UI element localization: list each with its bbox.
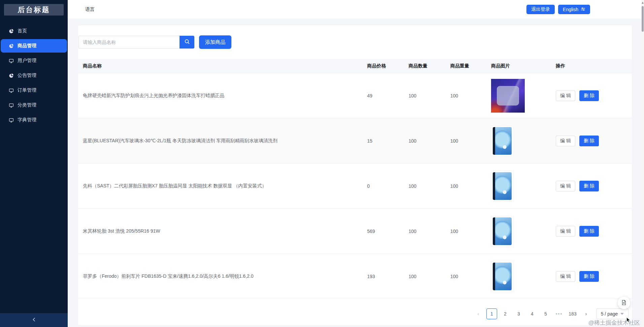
page-button-1[interactable]: 1 [486,308,497,319]
search-button[interactable] [180,36,194,49]
logout-button[interactable]: 退出登录 [526,5,555,14]
product-image [491,171,513,201]
pie-chart-icon [9,73,14,78]
sidebar-item-2[interactable]: 用户管理 [1,54,67,67]
page-size-select[interactable]: 5 / page [596,308,629,319]
table-row: 蓝星(BLUESTAR)汽车玻璃水-30℃-2L/1瓶 冬天防冻玻璃清洁剂 车用… [78,118,632,164]
sidebar-collapse-button[interactable] [0,313,68,327]
delete-button[interactable]: 删 除 [579,181,599,191]
content-area: 添加商品 商品名称商品价格商品数量商品重量商品图片操作 龟牌硬壳蜡新汽车防护划痕… [68,19,644,327]
sidebar-item-0[interactable]: 首页 [1,24,67,38]
english-button[interactable]: English [558,5,590,14]
language-menu[interactable]: 语言 [85,6,95,12]
watermark: @稀土掘金技术社区 [588,319,640,327]
sidebar-item-1[interactable]: 商品管理 [1,39,67,53]
delete-button[interactable]: 删 除 [579,226,599,237]
monitor-icon [9,88,14,93]
product-weight: 100 [446,183,486,189]
product-name: 先科（SAST）二代彩屏胎压胎测X7 胎压胎温同显 太阳能技术 数据双显 （内置… [83,183,266,188]
last-page-button[interactable]: 183 [567,308,578,319]
search-input[interactable] [78,36,180,49]
monitor-icon [9,118,14,123]
product-weight: 100 [446,229,486,234]
product-quantity: 100 [404,183,446,189]
row-actions: 编 辑 删 除 [551,271,632,282]
products-card: 添加商品 商品名称商品价格商品数量商品重量商品图片操作 龟牌硬壳蜡新汽车防护划痕… [78,25,632,325]
sidebar-item-label: 公告管理 [18,72,36,79]
page-button-3[interactable]: 3 [513,308,524,319]
sidebar-item-label: 用户管理 [18,58,36,64]
product-price: 569 [362,229,404,234]
product-image [491,261,513,292]
search-icon [184,39,190,46]
top-bar: 语言 退出登录 English [68,0,644,19]
products-table: 商品名称商品价格商品数量商品重量商品图片操作 龟牌硬壳蜡新汽车防护划痕去污上光抛… [78,59,632,299]
row-actions: 编 辑 删 除 [551,226,632,237]
app-title: 后台标题 [4,4,64,16]
pagination: ‹ 12345 ••• 183 › 5 / page [78,308,632,319]
table-row: 先科（SAST）二代彩屏胎压胎测X7 胎压胎温同显 太阳能技术 数据双显 （内置… [78,164,632,209]
scrollbar-up-icon[interactable] [642,2,644,4]
sidebar-item-6[interactable]: 字典管理 [1,113,67,127]
product-image [491,79,525,113]
product-image [491,126,513,156]
edit-button[interactable]: 编 辑 [556,90,575,101]
product-quantity: 100 [404,93,446,98]
page-button-4[interactable]: 4 [527,308,538,319]
edit-button[interactable]: 编 辑 [556,271,575,282]
product-name: 米其林轮胎 3st 浩悦 205/55R16 91W [83,228,160,234]
page-button-2[interactable]: 2 [500,308,511,319]
more-pages-button[interactable]: ••• [554,308,565,319]
scrollbar-thumb[interactable] [642,6,644,32]
table-body: 龟牌硬壳蜡新汽车防护划痕去污上光抛光养护漆固体洗车打蜡腊正品 49 100 10… [78,73,632,299]
column-header: 商品图片 [486,63,551,69]
edit-button[interactable]: 编 辑 [556,136,575,146]
main-area: 语言 退出登录 English [68,0,644,327]
column-header: 商品价格 [362,63,404,69]
delete-button[interactable]: 删 除 [579,136,599,146]
english-button-label: English [563,7,578,12]
row-actions: 编 辑 删 除 [551,136,632,146]
monitor-icon [9,58,14,63]
product-name: 龟牌硬壳蜡新汽车防护划痕去污上光抛光养护漆固体洗车打蜡腊正品 [83,93,224,98]
chevron-left-icon [32,317,36,323]
delete-button[interactable]: 删 除 [579,271,599,282]
add-product-button[interactable]: 添加商品 [199,35,231,49]
row-actions: 编 辑 删 除 [551,181,632,191]
product-quantity: 100 [404,274,446,279]
prev-page-button[interactable]: ‹ [473,308,484,319]
product-price: 49 [362,93,404,98]
product-quantity: 100 [404,229,446,234]
search-group [78,36,194,49]
monitor-icon [9,103,14,108]
pie-chart-icon [9,43,14,49]
sidebar-item-4[interactable]: 订单管理 [1,84,67,97]
table-row: 龟牌硬壳蜡新汽车防护划痕去污上光抛光养护漆固体洗车打蜡腊正品 49 100 10… [78,73,632,118]
product-quantity: 100 [404,138,446,144]
product-weight: 100 [446,274,486,279]
page-size-value: 5 / page [601,311,618,317]
scrollbar[interactable] [641,0,644,327]
column-header: 操作 [551,63,632,69]
page-button-5[interactable]: 5 [540,308,551,319]
column-header: 商品重量 [446,63,486,69]
sidebar-item-5[interactable]: 分类管理 [1,98,67,112]
sidebar-menu: 首页 商品管理 用户管理 公告管理 订单管理 分类管理 字典管理 [0,24,68,127]
mouse-cursor-icon [626,317,631,325]
row-actions: 编 辑 删 除 [551,90,632,101]
next-page-button[interactable]: › [581,308,591,319]
topbar-actions: 退出登录 English [526,5,590,14]
table-row: 米其林轮胎 3st 浩悦 205/55R16 91W 569 100 100 编… [78,209,632,254]
delete-button[interactable]: 删 除 [579,90,599,101]
product-name: 菲罗多（Ferodo）前刹车片 FDB1635-D 宝来/速腾1.6,2.0/高… [83,273,254,279]
product-weight: 100 [446,93,486,98]
products-toolbar: 添加商品 [78,35,632,49]
document-icon [621,300,627,306]
sidebar-item-label: 字典管理 [18,117,36,123]
column-header: 商品数量 [404,63,446,69]
watermark-text: @稀土掘金技术社区 [588,319,640,327]
edit-button[interactable]: 编 辑 [556,181,575,191]
feedback-widget-button[interactable] [618,297,630,309]
sidebar-item-3[interactable]: 公告管理 [1,69,67,82]
edit-button[interactable]: 编 辑 [556,226,575,237]
